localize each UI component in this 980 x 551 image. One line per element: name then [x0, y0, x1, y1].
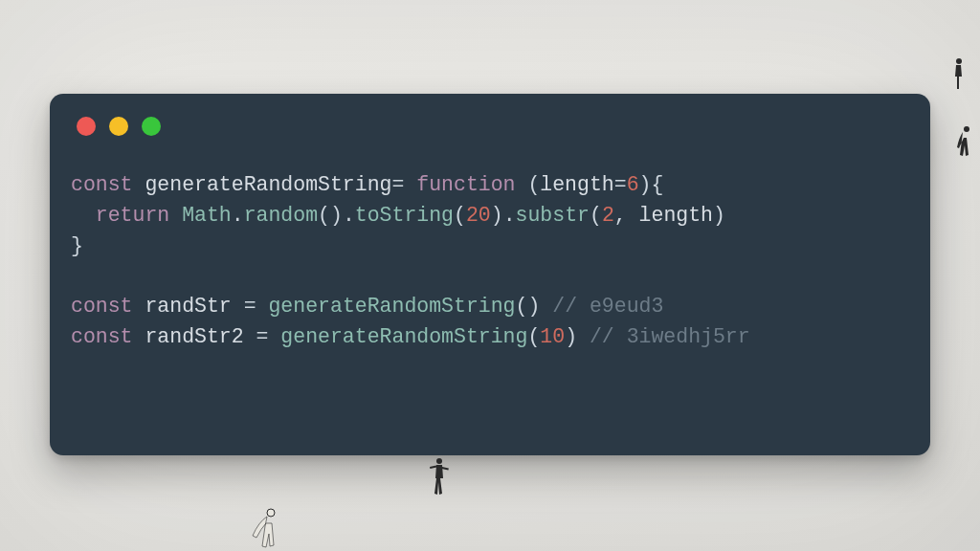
maximize-icon — [142, 117, 161, 136]
person-icon — [953, 124, 974, 157]
code-window: const generateRandomString= function (le… — [50, 94, 930, 455]
window-traffic-lights — [50, 117, 930, 136]
svg-point-1 — [964, 126, 969, 132]
keyword-const: const — [71, 173, 133, 196]
identifier: randStr — [145, 295, 231, 318]
comment: // 3iwedhj5rr — [590, 325, 750, 348]
paren-open: ( — [527, 173, 540, 196]
code-block: const generateRandomString= function (le… — [50, 136, 930, 353]
parens: () — [516, 295, 541, 318]
svg-point-5 — [267, 509, 275, 517]
number: 2 — [602, 204, 614, 227]
person-icon — [949, 57, 965, 90]
operator-eq: = — [244, 325, 281, 348]
paren-open: ( — [527, 325, 540, 348]
operator-eq: = — [232, 295, 269, 318]
identifier: length — [639, 204, 713, 227]
call-chain: (). — [318, 204, 355, 227]
indent — [71, 204, 96, 227]
paren-open: ( — [590, 204, 602, 227]
keyword-const: const — [71, 325, 133, 348]
dot: . — [232, 204, 244, 227]
function-call: generateRandomString — [268, 295, 515, 318]
comment: // e9eud3 — [552, 295, 663, 318]
param: length — [540, 173, 613, 196]
operator-eq: = — [614, 173, 627, 196]
function-call: generateRandomString — [280, 325, 527, 348]
comma: , — [614, 204, 639, 227]
keyword-return: return — [96, 204, 169, 227]
svg-point-0 — [956, 58, 962, 64]
paren-close: ) — [565, 325, 577, 348]
keyword-const: const — [71, 295, 133, 318]
number: 10 — [540, 325, 565, 348]
identifier: Math — [182, 204, 232, 227]
brace-close: } — [71, 234, 83, 257]
paren-close-dot: ). — [491, 204, 516, 227]
method: substr — [516, 204, 590, 227]
close-icon — [77, 117, 96, 136]
paren-open: ( — [454, 204, 466, 227]
person-icon — [428, 457, 451, 496]
identifier: randStr2 — [145, 325, 243, 348]
person-icon — [245, 507, 283, 549]
svg-rect-4 — [442, 467, 449, 470]
number: 20 — [466, 204, 491, 227]
operator-eq: = — [391, 173, 404, 196]
identifier: generateRandomString — [145, 173, 391, 196]
minimize-icon — [109, 117, 128, 136]
paren-close-brace: ){ — [639, 173, 664, 196]
method: random — [244, 204, 318, 227]
number: 6 — [627, 173, 639, 196]
svg-point-2 — [436, 458, 442, 464]
method: toString — [355, 204, 454, 227]
paren-close: ) — [713, 204, 725, 227]
keyword-function: function — [416, 173, 515, 196]
svg-rect-3 — [430, 466, 436, 469]
